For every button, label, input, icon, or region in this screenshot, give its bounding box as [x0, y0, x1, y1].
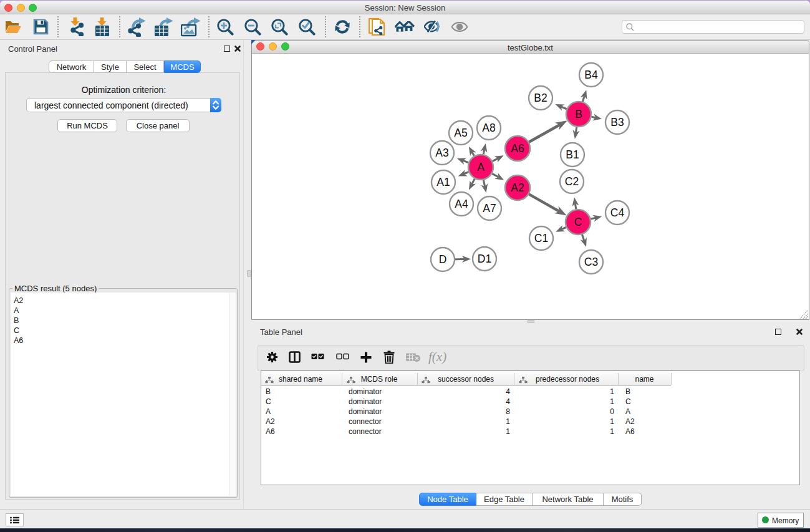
svg-text:C: C [574, 216, 582, 228]
svg-text:A5: A5 [454, 127, 467, 139]
svg-text:A8: A8 [482, 122, 495, 134]
svg-text:C3: C3 [584, 256, 598, 268]
svg-text:A2: A2 [511, 181, 524, 194]
svg-text:B3: B3 [610, 116, 624, 128]
svg-text:A7: A7 [483, 202, 496, 215]
svg-text:B4: B4 [584, 69, 598, 81]
svg-text:A3: A3 [435, 147, 448, 159]
svg-text:A4: A4 [455, 198, 468, 210]
svg-text:C2: C2 [565, 175, 579, 188]
svg-text:A6: A6 [511, 142, 524, 155]
svg-text:A: A [477, 161, 485, 173]
svg-text:D: D [439, 253, 447, 266]
svg-text:D1: D1 [478, 253, 491, 265]
svg-text:A1: A1 [436, 176, 450, 188]
svg-text:C1: C1 [534, 232, 548, 244]
svg-text:B: B [575, 108, 582, 120]
svg-text:C4: C4 [610, 206, 625, 219]
svg-text:B2: B2 [534, 92, 547, 104]
svg-text:B1: B1 [566, 148, 579, 161]
